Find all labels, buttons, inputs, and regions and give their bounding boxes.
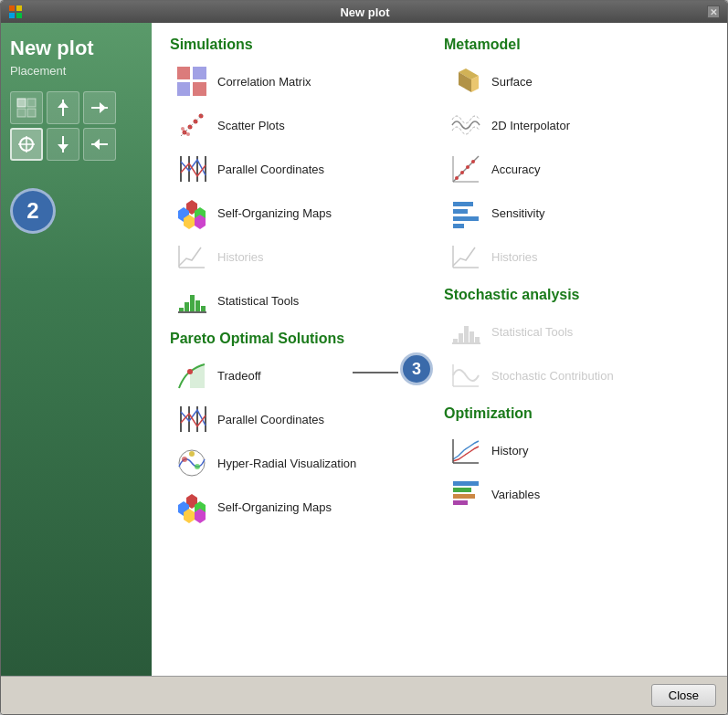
2d-interpolator-label: 2D Interpolator — [491, 119, 570, 132]
correlation-matrix-label: Correlation Matrix — [217, 75, 311, 89]
right-column: Metamodel Surface — [444, 37, 709, 530]
tradeoff-icon — [175, 359, 208, 392]
callout-3-badge: 3 — [400, 352, 433, 385]
left-column: Simulations Correl — [170, 37, 435, 530]
app-icon — [8, 5, 23, 19]
menu-item-tradeoff[interactable]: Tradeoff 3 — [170, 354, 435, 396]
svg-point-56 — [182, 457, 187, 462]
accuracy-icon — [449, 152, 482, 185]
svg-point-58 — [189, 451, 195, 457]
svg-point-57 — [195, 464, 200, 469]
placement-btn-3[interactable] — [83, 91, 116, 124]
svg-rect-4 — [17, 99, 26, 107]
accuracy-label: Accuracy — [491, 163, 540, 176]
svg-rect-0 — [9, 5, 15, 11]
svg-marker-16 — [58, 144, 69, 151]
scatter-plots-label: Scatter Plots — [217, 119, 285, 132]
svg-rect-7 — [27, 109, 36, 117]
svg-rect-6 — [17, 109, 26, 117]
svg-rect-5 — [27, 99, 36, 107]
pareto-parallel-coordinates-label: Parallel Coordinates — [217, 413, 324, 426]
svg-marker-18 — [93, 139, 100, 150]
sensitivity-icon — [449, 196, 482, 229]
self-organizing-maps-icon — [175, 196, 208, 229]
tradeoff-label: Tradeoff — [217, 369, 261, 383]
svg-point-69 — [460, 171, 464, 174]
placement-grid — [10, 91, 116, 161]
svg-rect-45 — [190, 295, 195, 311]
svg-rect-93 — [453, 500, 468, 505]
metamodel-header: Metamodel — [444, 37, 709, 53]
svg-rect-92 — [453, 494, 475, 499]
svg-rect-84 — [475, 337, 480, 342]
hyper-radial-icon — [175, 447, 208, 479]
placement-btn-4[interactable] — [10, 128, 43, 161]
window-close-button[interactable]: ✕ — [707, 5, 720, 18]
sidebar: New plot Placement — [1, 23, 152, 676]
statistical-tools-sim-icon — [175, 284, 208, 317]
hyper-radial-label: Hyper-Radial Visualization — [217, 457, 356, 470]
svg-point-28 — [181, 127, 185, 131]
svg-rect-46 — [195, 300, 200, 311]
svg-rect-75 — [453, 209, 468, 214]
svg-marker-11 — [100, 102, 106, 113]
menu-item-history[interactable]: History — [444, 429, 709, 471]
histories-sim-label: Histories — [217, 250, 264, 264]
svg-rect-44 — [185, 302, 189, 311]
menu-item-self-organizing-maps[interactable]: Self-Organizing Maps — [170, 192, 435, 234]
svg-rect-83 — [470, 331, 474, 342]
surface-icon — [449, 65, 482, 98]
svg-marker-9 — [58, 101, 69, 108]
scatter-plots-icon — [175, 109, 208, 142]
placement-btn-1[interactable] — [10, 91, 43, 124]
menu-item-accuracy[interactable]: Accuracy — [444, 148, 709, 190]
history-icon — [449, 434, 482, 467]
svg-rect-2 — [9, 13, 15, 18]
svg-rect-21 — [177, 82, 191, 96]
menu-item-statistical-tools-sim[interactable]: Statistical Tools — [170, 279, 435, 321]
main-content: New plot Placement — [1, 23, 727, 676]
menu-item-parallel-coordinates[interactable]: Parallel Coordinates — [170, 148, 435, 190]
correlation-matrix-icon — [175, 65, 208, 98]
menu-item-2d-interpolator[interactable]: 2D Interpolator — [444, 104, 709, 146]
menu-item-hyper-radial[interactable]: Hyper-Radial Visualization — [170, 442, 435, 484]
menu-item-sensitivity[interactable]: Sensitivity — [444, 192, 709, 234]
placement-btn-6[interactable] — [83, 128, 116, 161]
svg-point-68 — [455, 176, 459, 180]
close-button[interactable]: Close — [651, 684, 716, 707]
placement-btn-2[interactable] — [47, 91, 79, 124]
histories-meta-label: Histories — [491, 250, 538, 264]
histories-sim-icon — [175, 240, 208, 273]
placement-btn-5[interactable] — [47, 128, 79, 161]
variables-label: Variables — [491, 488, 540, 501]
window-title: New plot — [23, 5, 707, 19]
surface-label: Surface — [491, 75, 533, 89]
statistical-tools-stoch-label: Statistical Tools — [491, 325, 573, 339]
svg-line-31 — [181, 114, 203, 136]
parallel-coordinates-icon — [175, 152, 208, 185]
self-organizing-maps-label: Self-Organizing Maps — [217, 206, 332, 220]
simulations-header: Simulations — [170, 37, 435, 53]
svg-point-70 — [466, 165, 470, 169]
svg-rect-74 — [453, 202, 473, 206]
menu-item-pareto-parallel-coordinates[interactable]: Parallel Coordinates — [170, 398, 435, 440]
menu-item-variables[interactable]: Variables — [444, 473, 709, 515]
main-window: New plot ✕ New plot Placement — [0, 0, 728, 715]
svg-rect-82 — [464, 326, 469, 342]
menu-item-surface[interactable]: Surface — [444, 60, 709, 102]
2d-interpolator-icon — [449, 109, 482, 142]
svg-point-30 — [186, 132, 190, 136]
parallel-coordinates-label: Parallel Coordinates — [217, 163, 324, 176]
sidebar-subtitle: Placement — [10, 64, 66, 78]
sidebar-title: New plot — [10, 37, 94, 60]
columns-wrapper: Simulations Correl — [170, 37, 709, 530]
menu-item-correlation-matrix[interactable]: Correlation Matrix — [170, 60, 435, 102]
svg-rect-20 — [193, 67, 206, 80]
content-area: Simulations Correl — [152, 23, 727, 676]
menu-item-pareto-som[interactable]: Self-Organizing Maps — [170, 486, 435, 528]
menu-item-scatter-plots[interactable]: Scatter Plots — [170, 104, 435, 146]
svg-rect-81 — [459, 333, 463, 342]
svg-rect-47 — [201, 306, 206, 311]
menu-item-stochastic-contribution: Stochastic Contribution — [444, 354, 709, 396]
stochastic-contribution-icon — [449, 359, 482, 392]
